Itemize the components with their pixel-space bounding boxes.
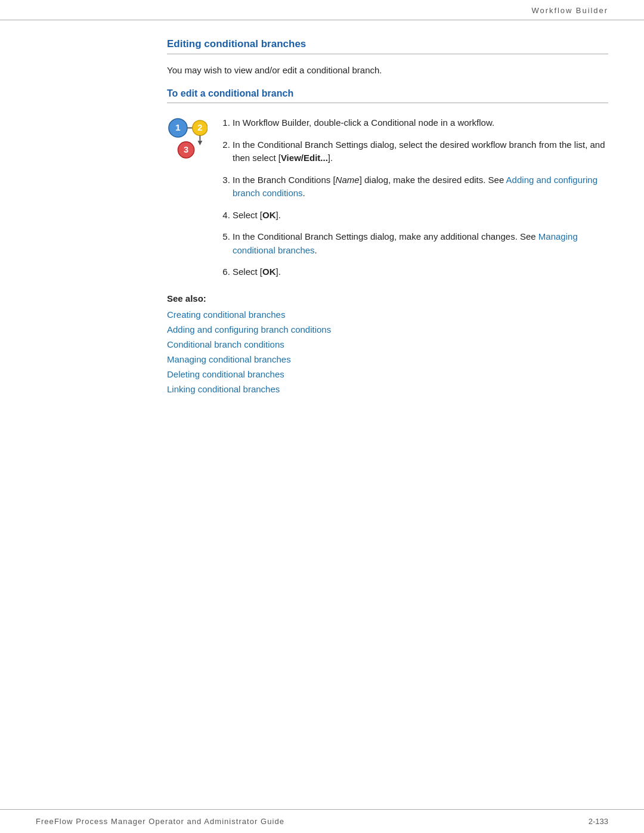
- see-also-links: Creating conditional branches Adding and…: [167, 309, 608, 394]
- step-1-text: In Workflow Builder, double-click a Cond…: [233, 117, 494, 128]
- step-3-text: In the Branch Conditions [Name] dialog, …: [233, 175, 597, 199]
- step-6-bold: OK: [262, 267, 276, 277]
- see-also-item-2: Adding and configuring branch conditions: [167, 324, 608, 335]
- step-3-link[interactable]: Adding and configuring branch conditions: [233, 175, 597, 199]
- svg-text:3: 3: [184, 145, 188, 154]
- section-heading: Editing conditional branches: [167, 38, 608, 50]
- steps-with-icon: 1 2 3: [167, 116, 608, 279]
- step-2: In the Conditional Branch Settings dialo…: [233, 138, 608, 165]
- ordered-list: In Workflow Builder, double-click a Cond…: [221, 116, 608, 279]
- header-bar: Workflow Builder: [0, 0, 644, 20]
- intro-text: You may wish to view and/or edit a condi…: [167, 65, 608, 75]
- step-3: In the Branch Conditions [Name] dialog, …: [233, 174, 608, 200]
- step-4-text: Select [OK].: [233, 210, 281, 220]
- header-title: Workflow Builder: [532, 6, 609, 15]
- workflow-icon-container: 1 2 3: [167, 116, 209, 159]
- svg-text:2: 2: [197, 123, 202, 132]
- see-also-link-deleting[interactable]: Deleting conditional branches: [167, 369, 284, 379]
- section-divider: [167, 54, 608, 54]
- step-5-text: In the Conditional Branch Settings dialo…: [233, 231, 578, 255]
- sub-section-heading: To edit a conditional branch: [167, 88, 608, 99]
- step-2-text: In the Conditional Branch Settings dialo…: [233, 140, 605, 163]
- step-5: In the Conditional Branch Settings dialo…: [233, 230, 608, 257]
- see-also-link-adding[interactable]: Adding and configuring branch conditions: [167, 324, 331, 335]
- see-also-item-4: Managing conditional branches: [167, 354, 608, 364]
- see-also-link-conditions[interactable]: Conditional branch conditions: [167, 339, 284, 349]
- see-also-item-3: Conditional branch conditions: [167, 339, 608, 349]
- workflow-nodes-icon: 1 2 3: [167, 117, 208, 159]
- steps-list: In Workflow Builder, double-click a Cond…: [221, 116, 608, 279]
- step-4-bold: OK: [262, 210, 276, 220]
- page-container: Workflow Builder Editing conditional bra…: [0, 0, 644, 833]
- see-also-link-creating[interactable]: Creating conditional branches: [167, 309, 285, 320]
- step-6-text: Select [OK].: [233, 267, 281, 277]
- step-1: In Workflow Builder, double-click a Cond…: [233, 116, 608, 130]
- content-area: Editing conditional branches You may wis…: [0, 20, 644, 423]
- see-also-item-6: Linking conditional branches: [167, 384, 608, 394]
- see-also-link-managing[interactable]: Managing conditional branches: [167, 354, 291, 364]
- step-6: Select [OK].: [233, 265, 608, 279]
- see-also-section: See also: Creating conditional branches …: [167, 293, 608, 394]
- see-also-link-linking[interactable]: Linking conditional branches: [167, 384, 280, 394]
- step-4: Select [OK].: [233, 209, 608, 222]
- svg-text:1: 1: [175, 122, 181, 132]
- step-2-bold: View/Edit...: [281, 153, 328, 163]
- footer-left-text: FreeFlow Process Manager Operator and Ad…: [36, 817, 284, 826]
- footer-right-text: 2-133: [589, 817, 608, 826]
- svg-marker-7: [198, 141, 203, 145]
- see-also-heading: See also:: [167, 293, 608, 304]
- step-3-italic: Name: [336, 175, 360, 185]
- step-5-link[interactable]: Managing conditional branches: [233, 231, 578, 255]
- footer-bar: FreeFlow Process Manager Operator and Ad…: [0, 809, 644, 833]
- see-also-item-5: Deleting conditional branches: [167, 369, 608, 379]
- see-also-item-1: Creating conditional branches: [167, 309, 608, 320]
- sub-section-divider: [167, 103, 608, 103]
